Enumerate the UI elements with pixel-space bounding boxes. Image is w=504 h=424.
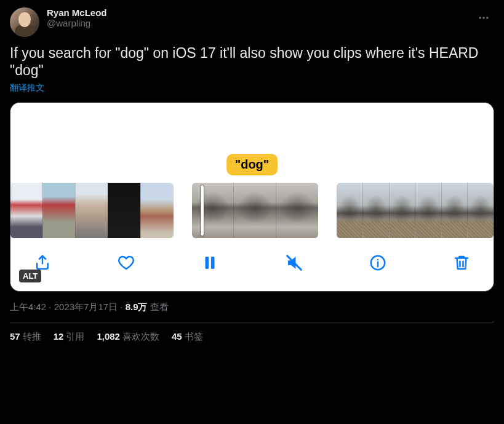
clip-frame: [362, 183, 389, 238]
mute-button[interactable]: [283, 252, 305, 274]
clip-frame: [337, 183, 362, 238]
svg-point-0: [479, 17, 481, 18]
ellipsis-icon: [478, 12, 490, 24]
author-handle: @warpling: [47, 18, 107, 28]
svg-point-1: [482, 17, 484, 18]
separator: ·: [118, 302, 126, 312]
view-count: 8.9万: [126, 302, 148, 312]
svg-point-2: [486, 17, 488, 18]
media-top-area: "dog": [10, 103, 494, 183]
clip-thumbnail-group: [10, 183, 174, 238]
retweets-stat[interactable]: 57转推: [10, 331, 41, 343]
tweet-time: 上午4:42: [10, 302, 46, 312]
clip-frame: [42, 183, 75, 238]
media-attachment[interactable]: "dog": [10, 102, 494, 292]
info-button[interactable]: [367, 252, 389, 274]
bookmarks-count: 45: [172, 331, 182, 342]
bookmarks-label: 书签: [185, 331, 203, 342]
view-label: 查看: [148, 302, 169, 312]
clip-frame: [389, 183, 415, 238]
retweets-count: 57: [10, 331, 20, 342]
retweets-label: 转推: [23, 331, 41, 342]
likes-label: 喜欢次数: [122, 331, 159, 342]
more-options-button[interactable]: [473, 7, 494, 28]
video-scrubber-filmstrip[interactable]: [10, 183, 494, 238]
likes-stat[interactable]: 1,082喜欢次数: [97, 331, 159, 343]
clip-frame: [10, 183, 42, 238]
clip-frame: [108, 183, 140, 238]
svg-point-6: [377, 259, 379, 261]
author-name-block[interactable]: Ryan McLeod @warpling: [47, 7, 107, 28]
separator: ·: [46, 302, 54, 312]
clip-frame: [140, 183, 173, 238]
clip-frame: [467, 183, 494, 238]
tweet-timestamp-row[interactable]: 上午4:42 · 2023年7月17日 · 8.9万 查看: [10, 302, 494, 313]
delete-button[interactable]: [450, 252, 473, 274]
pause-icon: [201, 254, 219, 272]
clip-frame: [276, 183, 318, 238]
speaker-muted-icon: [285, 254, 303, 272]
clip-thumbnail-group: [192, 183, 319, 238]
info-icon: [369, 254, 387, 272]
avatar[interactable]: [10, 7, 39, 37]
bookmarks-stat[interactable]: 45书签: [172, 331, 203, 343]
clip-thumbnail-group: [337, 183, 494, 238]
tweet-text: If you search for "dog" on iOS 17 it'll …: [10, 44, 494, 79]
media-toolbar: [10, 238, 494, 291]
svg-rect-3: [206, 257, 209, 269]
tweet-header: Ryan McLeod @warpling: [10, 7, 494, 37]
tweet-date: 2023年7月17日: [54, 302, 118, 312]
trash-icon: [452, 254, 471, 272]
tweet-container: Ryan McLeod @warpling If you search for …: [0, 0, 504, 350]
clip-frame: [75, 183, 108, 238]
engagement-stats-row: 57转推 12引用 1,082喜欢次数 45书签: [10, 331, 494, 343]
playhead-indicator[interactable]: [201, 185, 204, 236]
alt-text-badge[interactable]: ALT: [19, 270, 41, 282]
quotes-stat[interactable]: 12引用: [54, 331, 85, 343]
clip-frame: [233, 183, 276, 238]
translate-link[interactable]: 翻译推文: [10, 82, 44, 94]
clip-frame: [441, 183, 468, 238]
divider: [10, 322, 494, 322]
quotes-label: 引用: [66, 331, 84, 342]
heart-icon: [117, 254, 135, 272]
favorite-button[interactable]: [115, 252, 137, 274]
clip-frame: [192, 183, 234, 238]
likes-count: 1,082: [97, 331, 120, 342]
author-display-name: Ryan McLeod: [47, 7, 107, 18]
clip-frame: [415, 183, 441, 238]
svg-rect-4: [211, 257, 215, 269]
pause-button[interactable]: [199, 252, 221, 274]
search-term-caption: "dog": [226, 154, 278, 175]
quotes-count: 12: [54, 331, 64, 342]
